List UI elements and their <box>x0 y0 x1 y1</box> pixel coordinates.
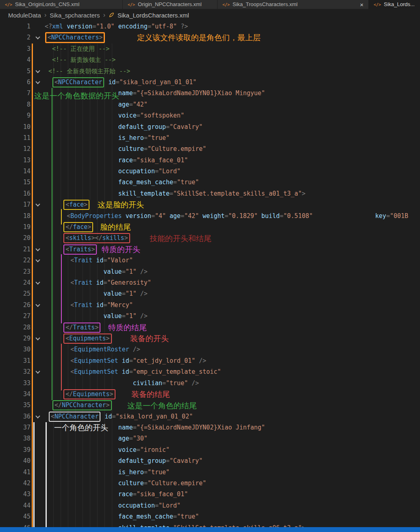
code-line[interactable]: 5 <!-- 全新炎朝领主开始 --> <box>0 66 420 77</box>
line-number[interactable]: 37 <box>0 422 30 433</box>
editor-tab[interactable]: </>Origin_NPCCharacters.xml <box>123 0 218 9</box>
code-text[interactable]: voice="softspoken" <box>45 110 420 121</box>
code-text[interactable]: <Traits> <box>45 244 420 255</box>
code-line[interactable]: 45 face_mesh_cache="true" <box>0 511 420 522</box>
code-line[interactable]: 11 is_hero="true" <box>0 133 420 144</box>
code-text[interactable]: value="1" /> <box>45 288 420 299</box>
line-number[interactable]: 17 <box>0 199 30 210</box>
code-line[interactable]: 6 <NPCCharacter id="sika_lord_yan_01_01" <box>0 77 420 88</box>
code-line[interactable]: 31 <EquipmentSet id="cet_jdy_lord_01" /> <box>0 355 420 366</box>
line-number[interactable]: 33 <box>0 378 30 389</box>
code-text[interactable]: civilian="true" /> <box>45 378 420 389</box>
code-line[interactable]: 18 <BodyProperties version="4" age="42" … <box>0 211 420 222</box>
code-line[interactable]: 9 voice="softspoken" <box>0 110 420 121</box>
code-line[interactable]: 3 <!-- 正在使用 --> <box>0 44 420 55</box>
line-number[interactable]: 16 <box>0 188 30 199</box>
line-number[interactable]: 3 <box>0 44 30 55</box>
code-line[interactable]: 4 <!-- 新贵族领主 --> <box>0 55 420 65</box>
line-number[interactable]: 13 <box>0 155 30 166</box>
code-line[interactable]: 33 civilian="true" /> <box>0 378 420 389</box>
line-number[interactable]: 39 <box>0 445 30 456</box>
line-number[interactable]: 40 <box>0 456 30 467</box>
code-text[interactable]: voice="ironic" <box>45 445 420 456</box>
line-number[interactable]: 9 <box>0 110 30 121</box>
code-text[interactable]: race="sika_face_01" <box>45 155 420 166</box>
code-line[interactable]: 42 culture="Culture.empire" <box>0 478 420 489</box>
editor-tab[interactable]: </>Sika_OriginLords_CNS.xml <box>0 0 123 9</box>
code-text[interactable]: value="1" /> <box>45 266 420 277</box>
code-line[interactable]: 41 is_hero="true" <box>0 467 420 478</box>
code-text[interactable]: is_hero="true" <box>45 133 420 144</box>
line-number[interactable]: 45 <box>0 511 30 522</box>
close-icon[interactable]: × <box>354 1 363 8</box>
code-text[interactable]: <EquipmentSet id="cet_jdy_lord_01" /> <box>45 355 420 366</box>
code-line[interactable]: 35 </NPCCharacter> <box>0 400 420 411</box>
line-number[interactable]: 27 <box>0 311 30 322</box>
line-number[interactable]: 29 <box>0 333 30 344</box>
code-text[interactable]: <Trait id="Mercy" <box>45 300 420 311</box>
code-text[interactable]: <!-- 全新炎朝领主开始 --> <box>45 66 420 77</box>
line-number[interactable]: 24 <box>0 277 30 288</box>
line-number[interactable]: 19 <box>0 222 30 233</box>
code-text[interactable]: default_group="Cavalry" <box>45 456 420 467</box>
code-line[interactable]: 1<?xml version="1.0" encoding="utf-8" ?> <box>0 21 420 32</box>
code-text[interactable]: value="1" /> <box>45 311 420 322</box>
line-number[interactable]: 20 <box>0 233 30 244</box>
code-text[interactable]: occupation="Lord" <box>45 500 420 511</box>
code-text[interactable]: <EquipmentSet id="emp_civ_template_stoic… <box>45 366 420 377</box>
line-number[interactable]: 2 <box>0 32 30 43</box>
line-number[interactable]: 30 <box>0 344 30 355</box>
code-line[interactable]: 14 occupation="Lord" <box>0 166 420 177</box>
line-number[interactable]: 25 <box>0 288 30 299</box>
line-number[interactable]: 6 <box>0 77 30 88</box>
line-number[interactable]: 38 <box>0 433 30 444</box>
code-line[interactable]: 44 occupation="Lord" <box>0 500 420 511</box>
code-line[interactable]: 22 <Trait id="Valor" <box>0 255 420 266</box>
line-number[interactable]: 34 <box>0 389 30 400</box>
code-line[interactable]: 12 culture="Culture.empire" <box>0 144 420 155</box>
line-number[interactable]: 10 <box>0 122 30 133</box>
code-text[interactable]: <Trait id="Valor" <box>45 255 420 266</box>
code-text[interactable]: <NPCCharacter id="sika_lord_yan_01_01" <box>45 77 420 88</box>
code-text[interactable]: <BodyProperties version="4" age="42" wei… <box>45 211 420 222</box>
line-number[interactable]: 21 <box>0 244 30 255</box>
code-line[interactable]: 29 <Equipments> <box>0 333 420 344</box>
line-number[interactable]: 5 <box>0 66 30 77</box>
code-text[interactable]: <NPCCharacter id="sika_lord_yan_01_02" <box>45 411 420 422</box>
line-number[interactable]: 43 <box>0 489 30 500</box>
code-text[interactable]: <!-- 新贵族领主 --> <box>45 55 420 65</box>
line-number[interactable]: 32 <box>0 366 30 377</box>
editor-tab[interactable]: </>Sika_TroopsCharacters.xml× <box>218 0 369 9</box>
line-number[interactable]: 15 <box>0 177 30 188</box>
line-number[interactable]: 4 <box>0 55 30 65</box>
breadcrumb-file[interactable]: Sika_LordsCharacters.xml <box>118 12 189 19</box>
fold-chevron-icon[interactable] <box>30 32 45 43</box>
code-text[interactable]: skill_template="SkillSet.template_skills… <box>45 188 420 199</box>
line-number[interactable]: 41 <box>0 467 30 478</box>
line-number[interactable]: 12 <box>0 144 30 155</box>
code-line[interactable]: 24 <Trait id="Generosity" <box>0 277 420 288</box>
editor-tab[interactable]: </>Sika_Lords... <box>369 0 420 9</box>
code-line[interactable]: 43 race="sika_face_01" <box>0 489 420 500</box>
code-line[interactable]: 32 <EquipmentSet id="emp_civ_template_st… <box>0 366 420 377</box>
line-number[interactable]: 18 <box>0 211 30 222</box>
code-text[interactable]: culture="Culture.empire" <box>45 144 420 155</box>
code-text[interactable]: <Trait id="Generosity" <box>45 277 420 288</box>
code-line[interactable]: 17 <face> <box>0 199 420 210</box>
code-line[interactable]: 27 value="1" /> <box>0 311 420 322</box>
line-number[interactable]: 31 <box>0 355 30 366</box>
code-line[interactable]: 40 default_group="Cavalry" <box>0 456 420 467</box>
code-text[interactable]: <EquipmentRoster /> <box>45 344 420 355</box>
code-text[interactable]: face_mesh_cache="true" <box>45 177 420 188</box>
code-text[interactable]: </Equipments> <box>45 389 420 400</box>
code-text[interactable]: </NPCCharacter> <box>45 400 420 411</box>
code-line[interactable]: 16 skill_template="SkillSet.template_ski… <box>0 188 420 199</box>
code-line[interactable]: 34 </Equipments> <box>0 389 420 400</box>
code-text[interactable]: <skills></skills> <box>45 233 420 244</box>
line-number[interactable]: 26 <box>0 300 30 311</box>
code-line[interactable]: 26 <Trait id="Mercy" <box>0 300 420 311</box>
line-number[interactable]: 35 <box>0 400 30 411</box>
code-line[interactable]: 19 </face> <box>0 222 420 233</box>
line-number[interactable]: 44 <box>0 500 30 511</box>
line-number[interactable]: 28 <box>0 322 30 333</box>
